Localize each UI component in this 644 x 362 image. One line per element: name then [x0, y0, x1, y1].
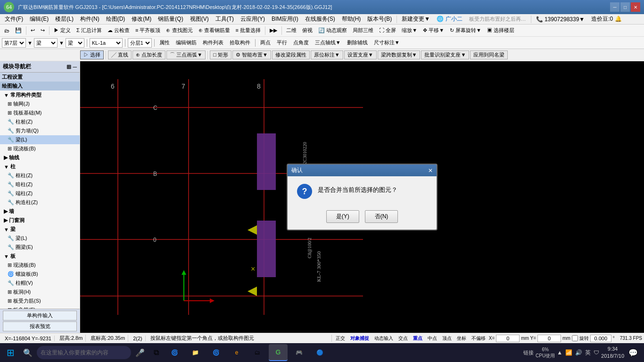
menu-modify[interactable]: 修改(M) [129, 14, 154, 24]
arc-btn[interactable]: ⌒ 三点画弧▼ [166, 50, 206, 59]
dynamic-input-btn[interactable]: 动态输入 [372, 335, 395, 342]
dynamic-view-btn[interactable]: 🔄 动态观察 [316, 26, 349, 35]
minimize-button[interactable]: ─ [610, 2, 619, 12]
tree-beam-cat[interactable]: ▼ 梁 [0, 225, 80, 234]
redo-btn[interactable]: ↪ [38, 26, 47, 34]
menu-edit[interactable]: 编辑(E) [27, 14, 51, 24]
more-btn[interactable]: ▶▶ [267, 26, 280, 34]
start-button[interactable]: ⊞ [2, 344, 19, 361]
menu-phone[interactable]: 📞 13907298339▼ [533, 15, 588, 24]
original-label-btn[interactable]: 原位标注▼ [311, 50, 343, 59]
tree-hidden-col[interactable]: 🔧 暗柱(Z) [0, 180, 80, 189]
nav-section-setup[interactable]: 工程设置 [0, 73, 80, 82]
menu-cloud[interactable]: 云应用(Y) [238, 14, 268, 24]
tree-column-cat[interactable]: ▼ 柱 [0, 162, 80, 171]
tree-end-col[interactable]: 🔧 端柱(Z) [0, 189, 80, 198]
pick-element-btn[interactable]: 拾取构件 [227, 38, 253, 47]
tree-beam[interactable]: 🔧 梁(L) [0, 135, 80, 144]
three-point-axis-btn[interactable]: 三点轴线▼ [313, 38, 343, 47]
top-view-btn[interactable]: 俯视 [300, 26, 315, 35]
single-element-btn[interactable]: 单构件输入 [3, 311, 77, 321]
rotate-screen-btn[interactable]: ↻ 屏幕旋转▼ [447, 26, 484, 35]
local-3d-btn[interactable]: 局部三维 [350, 26, 376, 35]
select-tool-btn[interactable]: ▷ 选择 [80, 50, 104, 59]
taskbar-ggj[interactable]: G [269, 344, 288, 361]
tree-pile[interactable]: 🔧 柱桩(Z) [0, 117, 80, 126]
find-elem-btn[interactable]: ⊕ 查找图元 [164, 26, 195, 35]
open-btn[interactable]: 🗁 [2, 27, 12, 34]
tree-slab-cat[interactable]: ▼ 板 [0, 252, 80, 261]
modify-span-btn[interactable]: 修改梁段属性 [272, 50, 310, 59]
intersection-btn[interactable]: 交点 [396, 335, 410, 342]
select-floor-btn[interactable]: ▣ 选择楼层 [485, 26, 517, 35]
tree-ring-beam[interactable]: 🔧 圈梁(E) [0, 243, 80, 252]
tree-opening-cat[interactable]: ▶ 门窗洞 [0, 216, 80, 225]
set-support-btn[interactable]: 设置支座▼ [344, 50, 377, 59]
menu-company[interactable]: 🌐 广小二 [434, 14, 465, 24]
2d-btn[interactable]: 二维 [284, 26, 299, 35]
taskbar-folder[interactable]: 🗂 [248, 344, 267, 361]
maximize-button[interactable]: □ [620, 2, 630, 12]
drawing-area[interactable]: 6 7 8 C B 0 × KL-7 300*600 KL-7 300*350 … [80, 61, 644, 333]
define-btn[interactable]: ▶ 定义 [51, 26, 73, 35]
menu-element[interactable]: 构件(N) [77, 14, 102, 24]
tree-shear-wall[interactable]: 🔧 剪力墙(Q) [0, 126, 80, 135]
section-select[interactable]: 分层1 [128, 38, 152, 48]
snap-btn[interactable]: 对象捕捉 [348, 335, 371, 342]
span-copy-btn[interactable]: 梁跨数据复制▼ [378, 50, 421, 59]
tree-struct-col[interactable]: 🔧 构造柱(Z) [0, 198, 80, 207]
x-input[interactable] [496, 335, 520, 342]
notification-icon[interactable]: 💬 [626, 346, 640, 360]
tree-slab-rebar[interactable]: ⊞ 板受力筋(S) [0, 296, 80, 305]
vertex-btn[interactable]: 顶点 [440, 335, 454, 342]
edit-rebar-btn[interactable]: 编辑钢筋 [173, 38, 199, 47]
taskbar-search-input[interactable] [37, 346, 131, 359]
taskbar-edge[interactable]: 🌀 [165, 344, 184, 361]
dimension-btn[interactable]: 尺寸标注▼ [372, 38, 402, 47]
undo-btn[interactable]: ↩ [28, 26, 37, 34]
point-extend-btn[interactable]: ⊕ 点加长度 [132, 50, 165, 59]
menu-bim[interactable]: BIM应用(I) [269, 14, 301, 24]
delete-aux-btn[interactable]: 删除辅线 [345, 38, 370, 47]
menu-view[interactable]: 视图(V) [187, 14, 212, 24]
save-btn[interactable]: 💾 [13, 26, 24, 34]
taskbar-green[interactable]: 🎮 [289, 344, 308, 361]
rect-btn[interactable]: □ 矩形 [210, 50, 231, 59]
tree-beam-l[interactable]: 🔧 梁(L) [0, 234, 80, 243]
tree-cast-b[interactable]: ⊞ 现浇板(B) [0, 261, 80, 270]
parallel-btn[interactable]: 平行 [274, 38, 289, 47]
menu-floor[interactable]: 楼层(L) [52, 14, 76, 24]
menu-online[interactable]: 在线服务(S) [302, 14, 338, 24]
tree-neg-rebar[interactable]: ⊞ 板负筋(F) [0, 305, 80, 309]
two-point-btn[interactable]: 两点 [258, 38, 273, 47]
element-name-select[interactable]: KL-1a [90, 38, 123, 48]
smart-layout-btn[interactable]: ⚙ 智能布置▼ [232, 50, 271, 59]
midpoint-btn[interactable]: 重点 [411, 335, 424, 342]
menu-version[interactable]: 版本号(B) [364, 14, 395, 24]
menu-tools[interactable]: 工具(T) [213, 14, 237, 24]
element-list-btn[interactable]: 构件列表 [200, 38, 226, 47]
tree-frame-col[interactable]: 🔧 框柱(Z) [0, 171, 80, 180]
batch-select-btn[interactable]: ≡ 批量选择 [233, 26, 263, 35]
line-btn[interactable]: ╱ 直线 [108, 50, 132, 59]
dialog-yes-button[interactable]: 是(Y) [326, 210, 359, 223]
microphone-icon[interactable]: 🎤 [133, 346, 147, 360]
sidebar-controls[interactable]: ⊞ ─ [66, 64, 77, 70]
rotate-checkbox[interactable] [572, 335, 578, 341]
center-btn[interactable]: 中点 [426, 335, 439, 342]
coordinate-btn[interactable]: 坐标 [455, 335, 468, 342]
rotate-input[interactable] [590, 335, 611, 342]
nav-section-draw[interactable]: 绘图输入 [0, 82, 80, 90]
tree-wall-cat[interactable]: ▶ 墙 [0, 207, 80, 216]
no-offset-btn[interactable]: 不偏移 [470, 335, 487, 342]
task-view-icon[interactable]: ⧉ [149, 346, 163, 360]
summary-btn[interactable]: Σ 汇总计算 [74, 26, 104, 35]
tree-axis-cat[interactable]: ▶ 轴线 [0, 153, 80, 162]
taskbar-edge2[interactable]: 🌀 [206, 344, 225, 361]
menu-draw[interactable]: 绘图(D) [103, 14, 128, 24]
property-btn[interactable]: 属性 [157, 38, 172, 47]
tree-cap[interactable]: 🔧 柱帽(V) [0, 279, 80, 288]
fullscreen-btn[interactable]: ⛶ 全屏 [377, 26, 398, 35]
dialog-no-button[interactable]: 否(N) [365, 210, 398, 223]
dialog-close-btn[interactable]: ✕ [428, 167, 433, 174]
